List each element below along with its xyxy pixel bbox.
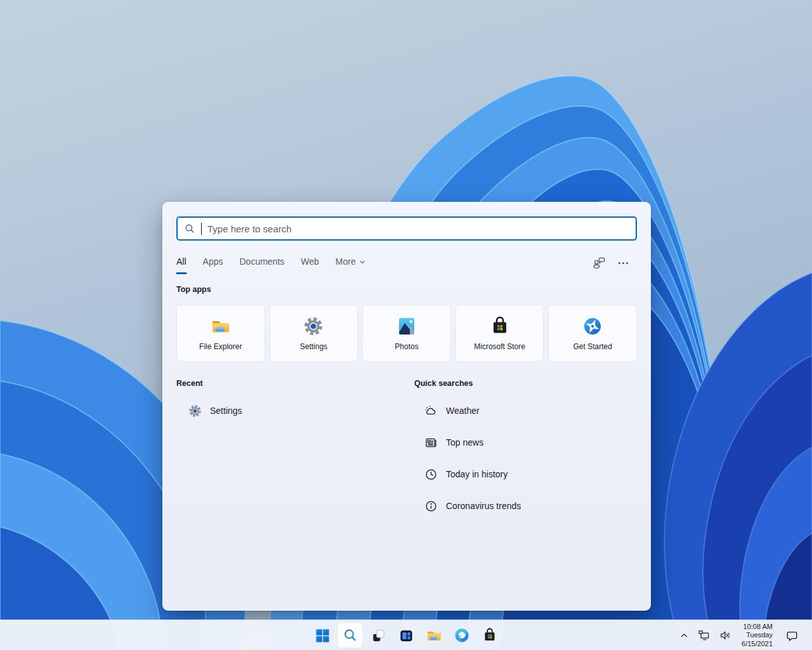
photos-icon xyxy=(396,316,417,336)
top-app-label: Microsoft Store xyxy=(474,342,525,351)
recent-label: Recent xyxy=(176,379,414,388)
lower-columns: Recent Settings Quick searches xyxy=(176,379,637,514)
edge-icon xyxy=(454,628,469,643)
file-explorer-icon xyxy=(426,628,442,644)
recent-section: Recent Settings xyxy=(176,379,414,514)
start-button[interactable] xyxy=(310,623,335,648)
chevron-up-icon xyxy=(679,630,690,641)
store-button[interactable] xyxy=(477,623,502,648)
tab-apps[interactable]: Apps xyxy=(203,256,223,274)
task-view-icon xyxy=(371,628,386,643)
search-icon xyxy=(343,628,358,643)
file-explorer-icon xyxy=(211,316,231,336)
settings-gear-icon xyxy=(188,404,202,418)
tab-all[interactable]: All xyxy=(176,256,187,274)
top-apps-label: Top apps xyxy=(176,285,637,294)
quick-search-weather[interactable]: Weather xyxy=(424,403,637,418)
quick-search-coronavirus-trends[interactable]: Coronavirus trends xyxy=(424,498,637,514)
tab-more[interactable]: More xyxy=(336,256,366,274)
text-caret xyxy=(201,223,202,235)
notifications-button[interactable] xyxy=(783,623,801,648)
volume-icon xyxy=(719,629,731,642)
taskbar: 10:08 AM Tuesday 6/15/2021 xyxy=(0,620,812,650)
top-app-label: Photos xyxy=(395,342,418,351)
search-icon xyxy=(184,223,195,234)
file-explorer-button[interactable] xyxy=(421,623,447,648)
top-app-label: Settings xyxy=(300,342,327,351)
top-app-label: File Explorer xyxy=(199,342,242,351)
top-apps-grid: File Explorer Settings Photos Microsoft … xyxy=(176,305,637,362)
tab-web[interactable]: Web xyxy=(301,256,319,274)
clock-day: Tuesday xyxy=(742,631,773,639)
top-app-label: Get Started xyxy=(573,342,612,351)
tab-apps-label: Apps xyxy=(203,256,223,267)
network-icon xyxy=(698,629,710,642)
quick-searches-label: Quick searches xyxy=(414,379,637,388)
notifications-icon xyxy=(785,629,799,642)
weather-icon xyxy=(424,404,438,418)
tab-more-label: More xyxy=(336,256,356,267)
search-button[interactable] xyxy=(337,623,363,648)
start-icon xyxy=(315,628,330,643)
tab-web-label: Web xyxy=(301,256,319,267)
microsoft-store-icon xyxy=(490,316,510,336)
quick-search-label: Coronavirus trends xyxy=(446,501,521,511)
quick-search-label: Weather xyxy=(446,406,480,416)
edge-button[interactable] xyxy=(449,623,475,648)
quick-search-today-in-history[interactable]: Today in history xyxy=(424,467,637,482)
top-app-photos[interactable]: Photos xyxy=(362,305,451,362)
search-flyout: All Apps Documents Web More xyxy=(162,202,651,611)
clock-time: 10:08 AM xyxy=(742,623,773,631)
search-tabs-row: All Apps Documents Web More xyxy=(176,256,637,274)
recent-item-settings[interactable]: Settings xyxy=(188,403,414,418)
quick-searches-section: Quick searches Weather xyxy=(414,379,637,514)
network-button[interactable] xyxy=(696,623,712,648)
task-view-button[interactable] xyxy=(365,623,391,648)
microsoft-store-icon xyxy=(482,628,497,643)
search-input[interactable] xyxy=(207,223,629,234)
taskbar-clock[interactable]: 10:08 AM Tuesday 6/15/2021 xyxy=(742,623,773,648)
system-tray: 10:08 AM Tuesday 6/15/2021 xyxy=(677,620,812,650)
top-app-microsoft-store[interactable]: Microsoft Store xyxy=(455,305,544,362)
top-app-get-started[interactable]: Get Started xyxy=(548,305,637,362)
tab-documents[interactable]: Documents xyxy=(239,256,284,274)
tab-documents-label: Documents xyxy=(239,256,284,267)
quick-search-label: Top news xyxy=(446,437,483,448)
settings-gear-icon xyxy=(303,316,324,336)
top-app-file-explorer[interactable]: File Explorer xyxy=(176,305,265,362)
top-app-settings[interactable]: Settings xyxy=(270,305,358,362)
clock-date: 6/15/2021 xyxy=(742,640,773,648)
active-tab-underline xyxy=(176,272,187,274)
history-clock-icon xyxy=(424,467,438,481)
tray-overflow-button[interactable] xyxy=(677,623,691,648)
recent-item-label: Settings xyxy=(210,406,242,416)
quick-search-top-news[interactable]: Top news xyxy=(424,435,637,450)
more-options-icon[interactable] xyxy=(617,260,629,267)
search-box[interactable] xyxy=(176,216,637,241)
get-started-icon xyxy=(582,316,603,336)
widgets-button[interactable] xyxy=(393,623,419,648)
account-feedback-icon[interactable] xyxy=(592,256,606,269)
volume-button[interactable] xyxy=(717,623,733,648)
widgets-icon xyxy=(399,628,414,643)
desktop: All Apps Documents Web More xyxy=(0,0,812,650)
quick-search-label: Today in history xyxy=(446,469,508,479)
chevron-down-icon xyxy=(359,258,366,265)
news-icon xyxy=(424,435,438,449)
tab-all-label: All xyxy=(176,256,187,267)
info-icon xyxy=(424,499,438,513)
